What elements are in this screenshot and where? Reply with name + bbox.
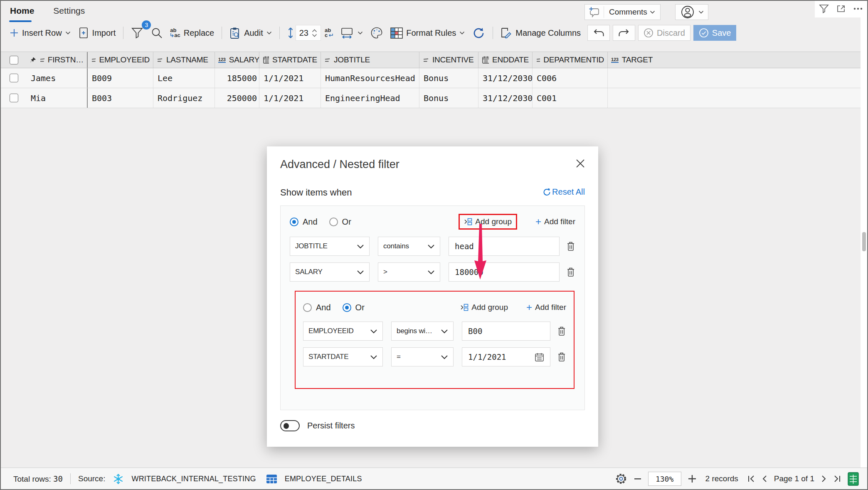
- column-header-salary[interactable]: 123SALARY: [215, 52, 259, 68]
- fit-width-button[interactable]: [337, 25, 367, 41]
- redo-button[interactable]: [613, 25, 635, 41]
- zoom-in-icon[interactable]: [688, 475, 696, 483]
- spinner-down-icon[interactable]: [312, 34, 317, 37]
- format-rules-button[interactable]: Format Rules: [387, 25, 469, 41]
- column-header-enddate[interactable]: ENDDATE: [478, 52, 533, 68]
- table-cell[interactable]: Bonus: [419, 88, 478, 108]
- font-size-spinner[interactable]: 23: [296, 25, 321, 41]
- column-header-target[interactable]: 123TARGET: [608, 52, 862, 68]
- table-name[interactable]: EMPLOYEE_DETAILS: [285, 475, 362, 483]
- table-cell[interactable]: Mia: [27, 88, 88, 108]
- row-checkbox[interactable]: [10, 74, 18, 82]
- table-cell[interactable]: 250000: [215, 88, 259, 108]
- and-radio-option[interactable]: And: [290, 217, 318, 227]
- value-input[interactable]: B00: [462, 322, 550, 341]
- add-group-button[interactable]: Add group: [460, 303, 508, 312]
- column-header-incentive[interactable]: INCENTIVE: [419, 52, 478, 68]
- or-radio-option[interactable]: Or: [343, 303, 365, 312]
- column-header-startdate[interactable]: STARTDATE: [259, 52, 321, 68]
- refresh-button[interactable]: [469, 25, 489, 41]
- undo-button[interactable]: [587, 25, 610, 41]
- field-select[interactable]: SALARY: [290, 262, 370, 282]
- table-cell[interactable]: Rodriguez: [153, 88, 215, 108]
- field-select[interactable]: JOBTITLE: [290, 237, 370, 256]
- column-header-lastname[interactable]: LASTNAME: [153, 52, 215, 68]
- add-filter-button[interactable]: + Add filter: [535, 217, 575, 226]
- table-cell[interactable]: 1/1/2021: [259, 88, 321, 108]
- field-select[interactable]: EMPLOYEEID: [303, 322, 383, 341]
- comments-button[interactable]: Comments: [584, 4, 661, 20]
- add-filter-button[interactable]: + Add filter: [526, 303, 566, 312]
- import-button[interactable]: Import: [74, 25, 120, 41]
- operator-select[interactable]: >: [378, 262, 440, 282]
- column-header-firstn[interactable]: FIRSTN…: [27, 52, 88, 68]
- calendar-icon[interactable]: [535, 352, 544, 362]
- table-cell[interactable]: C006: [533, 68, 608, 88]
- or-radio[interactable]: [343, 303, 351, 312]
- spinner-up-icon[interactable]: [312, 29, 317, 32]
- and-radio[interactable]: [290, 218, 298, 226]
- tab-settings[interactable]: Settings: [53, 6, 85, 16]
- user-menu-button[interactable]: [675, 4, 708, 20]
- table-cell[interactable]: [608, 68, 862, 88]
- table-cell[interactable]: 185000: [215, 68, 259, 88]
- table-cell[interactable]: 1/1/2021: [259, 68, 321, 88]
- table-cell[interactable]: Bonus: [419, 68, 478, 88]
- column-header-jobtitle[interactable]: JOBTITLE: [321, 52, 419, 68]
- vertical-scrollbar-thumb[interactable]: [862, 232, 866, 251]
- settings-gear-icon[interactable]: [615, 473, 627, 485]
- expand-icon[interactable]: [833, 2, 849, 16]
- table-cell[interactable]: Lee: [153, 68, 215, 88]
- zoom-level[interactable]: 130%: [648, 472, 681, 486]
- source-name[interactable]: WRITEBACK_INTERNAL_TESTING: [131, 475, 256, 483]
- close-icon[interactable]: [574, 157, 587, 170]
- table-cell[interactable]: C001: [533, 88, 608, 108]
- table-cell[interactable]: EngineeringHead: [321, 88, 419, 108]
- delete-filter-icon[interactable]: [557, 351, 566, 362]
- or-radio[interactable]: [329, 218, 338, 226]
- previous-page-button[interactable]: [762, 475, 767, 483]
- delete-filter-icon[interactable]: [566, 241, 575, 252]
- tab-home[interactable]: Home: [10, 6, 34, 16]
- field-select[interactable]: STARTDATE: [303, 347, 383, 366]
- host-filter-icon[interactable]: [816, 2, 832, 16]
- value-input[interactable]: 1/1/2021: [462, 347, 550, 366]
- table-cell[interactable]: B003: [88, 88, 153, 108]
- colors-button[interactable]: [367, 25, 387, 41]
- spreadsheet-icon[interactable]: [848, 472, 859, 486]
- operator-select[interactable]: contains: [378, 237, 440, 256]
- first-page-button[interactable]: [747, 475, 755, 483]
- insert-row-button[interactable]: Insert Row: [6, 25, 74, 41]
- table-cell[interactable]: [608, 88, 862, 108]
- table-cell[interactable]: 31/12/2030: [478, 68, 533, 88]
- manage-columns-button[interactable]: Manage Columns: [497, 25, 584, 41]
- table-cell[interactable]: James: [27, 68, 88, 88]
- column-header-employeeid[interactable]: EMPLOYEEID: [88, 52, 153, 68]
- select-all-checkbox[interactable]: [10, 56, 18, 64]
- operator-select[interactable]: =: [391, 347, 454, 366]
- replace-button[interactable]: ab ac Replace: [166, 25, 218, 41]
- and-radio-option[interactable]: And: [303, 303, 331, 312]
- filter-button[interactable]: 3: [127, 25, 147, 41]
- delete-filter-icon[interactable]: [557, 326, 566, 337]
- table-cell[interactable]: B009: [88, 68, 153, 88]
- audit-button[interactable]: Audit: [226, 25, 276, 41]
- discard-button[interactable]: Discard: [638, 25, 690, 41]
- more-options-icon[interactable]: [850, 2, 866, 16]
- save-button[interactable]: Save: [693, 25, 737, 41]
- zoom-out-icon[interactable]: [634, 478, 641, 480]
- row-checkbox[interactable]: [10, 94, 18, 102]
- column-header-departmentid[interactable]: DEPARTMENTID: [533, 52, 608, 68]
- next-page-button[interactable]: [821, 475, 827, 483]
- operator-select[interactable]: begins wi…: [391, 322, 454, 341]
- delete-filter-icon[interactable]: [566, 267, 575, 277]
- reset-all-button[interactable]: Reset All: [542, 187, 585, 197]
- table-cell[interactable]: HumanResourcesHead: [321, 68, 419, 88]
- or-radio-option[interactable]: Or: [329, 217, 351, 227]
- last-page-button[interactable]: [833, 475, 841, 483]
- persist-filters-toggle[interactable]: [280, 420, 300, 431]
- and-radio[interactable]: [303, 303, 312, 312]
- add-comment-icon[interactable]: [585, 6, 604, 18]
- table-cell[interactable]: 31/12/2030: [478, 88, 533, 108]
- wrap-text-button[interactable]: ab c: [321, 25, 337, 41]
